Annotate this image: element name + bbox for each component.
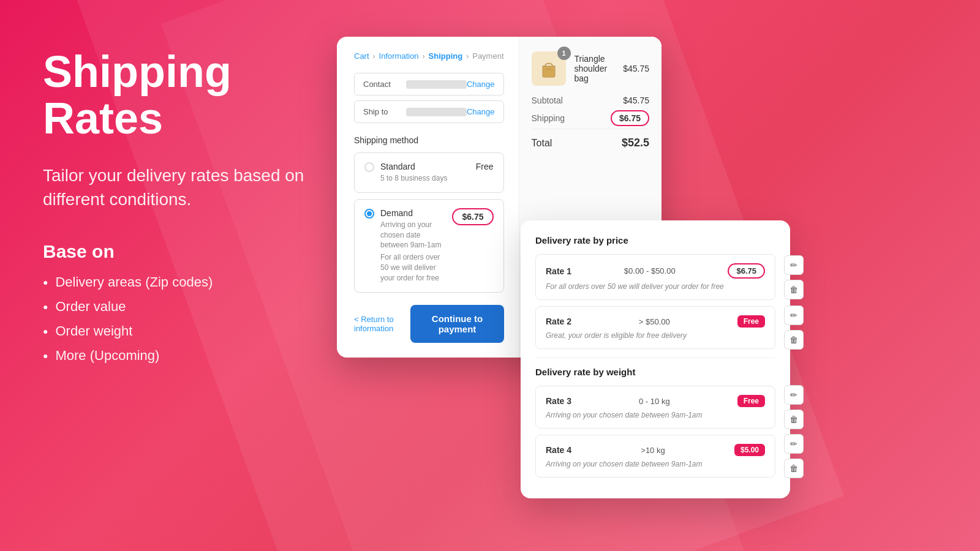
rate-4-name: Rate 4 [546,445,571,455]
shipping-method-label: Shipping method [354,135,504,145]
radio-standard[interactable] [364,162,374,172]
breadcrumb-information[interactable]: Information [379,51,419,61]
ship-to-label: Ship to [363,107,406,116]
bullet-item-2: Order value [43,299,312,315]
shipping-option-standard[interactable]: Standard 5 to 8 business days Free [354,152,504,193]
product-info: Triangle shoulder bag [575,54,615,83]
shipping-method-section: Shipping method Standard 5 to 8 business… [354,135,504,293]
total-row: Total $52.5 [532,129,649,149]
right-panel: Cart › Information › Shipping › Payment … [312,37,943,514]
page-title: Shipping Rates [43,49,312,141]
rate-2-price: Free [737,315,765,328]
breadcrumb-shipping[interactable]: Shipping [429,51,463,61]
rate-3-name: Rate 3 [546,396,571,406]
rate-3-actions: ✏ 🗑 [784,385,804,429]
total-label: Total [532,138,552,149]
contact-label: Contact [363,80,406,89]
total-value: $52.5 [622,137,649,149]
rates-price-title: Delivery rate by price [535,235,775,246]
bag-icon [537,56,561,81]
shipping-row: Shipping $6.75 [532,110,649,126]
rate-item-4: Rate 4 >10 kg $5.00 Arriving on your cho… [535,435,775,478]
rate-2-edit-btn[interactable]: ✏ [784,305,804,325]
base-on-title: Base on [43,241,312,262]
rate-3-desc: Arriving on your chosen date between 9am… [546,411,765,419]
rates-card: Delivery rate by price Rate 1 $0.00 - $5… [521,220,790,498]
breadcrumb-sep-1: › [373,52,375,61]
rate-2-range: > $50.00 [571,317,737,326]
return-link[interactable]: < Return to information [354,315,410,333]
rate-item-2: Rate 2 > $50.00 Free Great, your order i… [535,306,775,349]
product-name: Triangle shoulder bag [575,54,615,83]
shipping-option-demand[interactable]: Demand Arriving on your chosen date betw… [354,199,504,293]
bullet-item-1: Delivery areas (Zip codes) [43,274,312,290]
ship-to-change[interactable]: Change [467,107,495,116]
breadcrumb-cart[interactable]: Cart [354,51,369,61]
contact-field: Contact Change [354,73,504,96]
shipping-standard-price: Free [476,162,494,171]
radio-demand[interactable] [364,209,374,219]
shipping-demand-desc1: Arriving on your chosen date between 9am… [380,220,446,250]
rate-2-desc: Great, your order is eligible for free d… [546,331,765,340]
rate-4-price: $5.00 [734,444,765,456]
rate-4-delete-btn[interactable]: 🗑 [784,459,804,478]
shipping-standard-name: Standard [380,162,470,171]
rate-1-actions: ✏ 🗑 [784,255,804,299]
rates-by-price: Delivery rate by price Rate 1 $0.00 - $5… [535,235,775,349]
rate-4-range: >10 kg [571,446,734,455]
summary-rows: Subtotal $45.75 Shipping $6.75 [532,96,649,126]
rate-4-edit-btn[interactable]: ✏ [784,434,804,454]
rates-weight-title: Delivery rate by weight [535,367,775,377]
rate-3-price: Free [737,395,765,407]
hero-description: Tailor your delivery rates based on diff… [43,163,312,211]
contact-change[interactable]: Change [467,80,495,89]
shipping-value: $6.75 [611,110,649,126]
subtotal-value: $45.75 [623,96,649,105]
breadcrumb-payment: Payment [472,51,503,61]
rate-item-1: Rate 1 $0.00 - $50.00 $6.75 For all orde… [535,254,775,300]
bullet-list: Delivery areas (Zip codes) Order value O… [43,274,312,364]
shipping-demand-price: $6.75 [452,208,493,225]
ship-to-value [406,108,467,116]
rate-1-edit-btn[interactable]: ✏ [784,255,804,275]
product-image-container: 1 [532,51,566,86]
rate-1-delete-btn[interactable]: 🗑 [784,280,804,299]
left-panel: Shipping Rates Tailor your delivery rate… [43,37,312,372]
rate-4-actions: ✏ 🗑 [784,434,804,478]
shipping-demand-desc2: For all orders over 50 we will deliver y… [380,252,446,283]
rates-divider [535,358,775,358]
subtotal-row: Subtotal $45.75 [532,96,649,105]
bullet-item-4: More (Upcoming) [43,348,312,364]
rate-2-actions: ✏ 🗑 [784,305,804,350]
rate-3-delete-btn[interactable]: 🗑 [784,410,804,429]
bullet-item-3: Order weight [43,323,312,339]
product-price: $45.75 [623,64,649,73]
shipping-label: Shipping [532,113,565,123]
contact-value [406,80,467,89]
rate-3-edit-btn[interactable]: ✏ [784,385,804,405]
rate-1-desc: For all orders over 50 we will deliver y… [546,282,765,291]
rate-item-3: Rate 3 0 - 10 kg Free Arriving on your c… [535,386,775,429]
breadcrumb-sep-3: › [466,52,469,61]
rate-4-desc: Arriving on your chosen date between 9am… [546,460,765,468]
shipping-demand-name: Demand [380,208,446,218]
svg-rect-0 [546,69,552,70]
breadcrumb-sep-2: › [423,52,425,61]
product-badge: 1 [557,47,571,60]
continue-button[interactable]: Continue to payment [410,305,503,343]
checkout-actions: < Return to information Continue to paym… [354,305,504,343]
rate-1-price: $6.75 [728,263,765,279]
subtotal-label: Subtotal [532,96,563,105]
rates-by-weight: Delivery rate by weight Rate 3 0 - 10 kg… [535,367,775,478]
ship-to-field: Ship to Change [354,100,504,123]
product-row: 1 [532,51,649,86]
shipping-standard-desc: 5 to 8 business days [380,173,470,184]
rate-1-range: $0.00 - $50.00 [571,266,728,276]
rate-2-name: Rate 2 [546,317,571,326]
breadcrumb: Cart › Information › Shipping › Payment [354,51,504,61]
rate-3-range: 0 - 10 kg [571,397,737,406]
rate-2-delete-btn[interactable]: 🗑 [784,330,804,350]
rate-1-name: Rate 1 [546,266,571,276]
